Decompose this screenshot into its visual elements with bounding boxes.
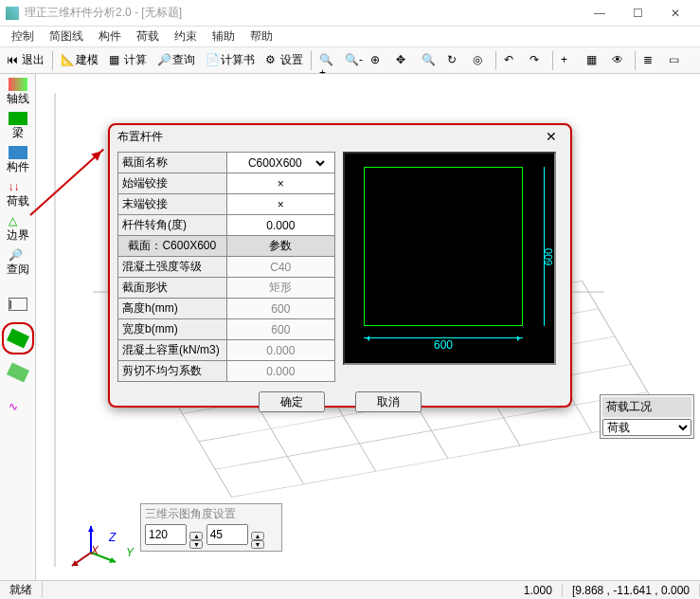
angle-b-up[interactable]: ▲ <box>251 532 264 540</box>
book-icon: 📄 <box>206 53 221 68</box>
setting-button[interactable]: ⚙设置 <box>260 49 308 72</box>
angle-b-down[interactable]: ▼ <box>251 540 264 549</box>
minimize-button[interactable]: — <box>581 1 619 26</box>
exit-button[interactable]: ⏮退出 <box>2 49 49 72</box>
rotation-cell[interactable]: 0.000 <box>226 215 334 236</box>
layer-icon: ≣ <box>643 53 658 68</box>
link-tool[interactable]: ∿ <box>2 390 34 423</box>
dialog-title: 布置杆件 <box>117 129 163 145</box>
load-case-header: 荷载工况 <box>602 397 691 417</box>
menu-bar: 控制 简图线 构件 荷载 约束 辅助 帮助 <box>0 27 700 47</box>
menu-control[interactable]: 控制 <box>4 27 42 46</box>
ok-button[interactable]: 确定 <box>259 391 325 412</box>
svg-marker-13 <box>88 526 94 532</box>
section-outline <box>364 167 523 326</box>
boundary-tool[interactable]: △边界 <box>2 212 34 245</box>
close-button[interactable]: ✕ <box>656 1 694 26</box>
member-icon <box>9 146 27 159</box>
snap-button[interactable]: + <box>556 49 581 72</box>
row-section-name-label: 截面名称 <box>118 153 227 173</box>
target-icon: ⊕ <box>370 53 386 68</box>
angle-a-input[interactable] <box>145 524 187 545</box>
window-title: 理正三维杆件分析2.0 - [无标题] <box>25 5 581 21</box>
zoom-out-button[interactable]: 🔍- <box>340 49 365 72</box>
member-properties-table: 截面名称 C600X600 始端铰接× 末端铰接× 杆件转角(度)0.000 截… <box>117 152 335 382</box>
undo-button[interactable]: ↶ <box>499 49 524 72</box>
color-button[interactable]: ▭ <box>664 49 689 72</box>
color-icon: ▭ <box>669 53 684 68</box>
pencil-icon <box>6 362 28 382</box>
menu-sketch[interactable]: 简图线 <box>42 27 91 46</box>
calcbook-button[interactable]: 📄计算书 <box>201 49 260 72</box>
section-info-header: 截面：C600X600 <box>118 236 227 257</box>
cancel-button[interactable]: 取消 <box>355 391 422 412</box>
model-icon: 📐 <box>61 53 76 68</box>
section-preview: 600 600 <box>343 152 556 365</box>
undo-icon: ↶ <box>504 53 519 68</box>
z-axis-label: Z <box>109 531 116 544</box>
model-button[interactable]: 📐建模 <box>56 49 103 72</box>
menu-constraint[interactable]: 约束 <box>167 27 205 46</box>
move-icon: ✥ <box>396 53 411 68</box>
angle-b-input[interactable] <box>206 524 248 545</box>
start-hinge-cell[interactable]: × <box>226 173 334 194</box>
dialog-close-button[interactable]: ✕ <box>540 129 563 144</box>
rotate-button[interactable]: ↻ <box>442 49 467 72</box>
zoom-in-button[interactable]: 🔍+ <box>314 49 339 72</box>
menu-load[interactable]: 荷载 <box>129 27 167 46</box>
y-axis-label: Y <box>126 546 134 559</box>
zoom-in-icon: 🔍+ <box>319 53 334 68</box>
inspect-icon: 🔎 <box>9 248 27 262</box>
calc-button[interactable]: ▦计算 <box>104 49 152 72</box>
height-dimension: 600 <box>544 167 545 326</box>
member-tool[interactable]: 构件 <box>2 144 34 176</box>
boundary-icon: △ <box>9 214 27 227</box>
angle-a-up[interactable]: ▲ <box>189 532 203 540</box>
redo-icon: ↷ <box>529 53 545 68</box>
axis-icon <box>9 78 27 91</box>
status-ready: 就绪 <box>0 582 43 598</box>
column-tool[interactable]: I <box>2 288 34 320</box>
load-icon: ↓↓ <box>9 180 27 193</box>
calc-icon: ▦ <box>109 53 124 68</box>
zoom-window-button[interactable]: 🔍 <box>417 49 441 72</box>
edit-tool[interactable] <box>2 356 34 389</box>
grid-button[interactable]: ▦ <box>582 49 606 72</box>
main-toolbar: ⏮退出 📐建模 ▦计算 🔎查询 📄计算书 ⚙设置 🔍+ 🔍- ⊕ ✥ 🔍 ↻ ◎… <box>0 47 700 74</box>
zoom-fit-button[interactable]: ⊕ <box>366 49 390 72</box>
load-case-panel[interactable]: 荷载工况 荷载 <box>600 394 694 439</box>
layer-button[interactable]: ≣ <box>638 49 663 72</box>
width-dimension: 600 <box>364 337 523 352</box>
exit-icon: ⏮ <box>7 53 22 68</box>
plus-icon: + <box>561 53 576 68</box>
load-tool[interactable]: ↓↓荷载 <box>2 178 34 210</box>
section-name-select[interactable]: C600X600 <box>233 155 328 171</box>
place-member-dialog: 布置杆件 ✕ 截面名称 C600X600 始端铰接× 末端铰接× 杆件转角(度)… <box>108 123 572 408</box>
beam-tool[interactable]: 梁 <box>2 110 34 142</box>
query-button[interactable]: 🔎查询 <box>153 49 200 72</box>
redo-button[interactable]: ↷ <box>525 49 549 72</box>
view-button[interactable]: 👁 <box>607 49 632 72</box>
zoom-window-icon: 🔍 <box>422 53 437 68</box>
menu-help[interactable]: 帮助 <box>242 27 280 46</box>
status-scale: 1.000 <box>514 584 563 597</box>
menu-member[interactable]: 构件 <box>91 27 129 46</box>
view-angle-panel[interactable]: 三维示图角度设置 ▲▼ ▲▼ <box>140 503 282 552</box>
maximize-button[interactable]: ☐ <box>619 1 656 26</box>
column-icon: I <box>9 298 27 311</box>
link-icon: ∿ <box>9 400 27 413</box>
orbit-button[interactable]: ◎ <box>468 49 493 72</box>
param-header: 参数 <box>226 236 334 257</box>
menu-aux[interactable]: 辅助 <box>205 27 242 46</box>
load-case-select[interactable]: 荷载 <box>602 419 691 436</box>
angle-a-down[interactable]: ▼ <box>189 540 203 549</box>
pan-button[interactable]: ✥ <box>391 49 416 72</box>
inspect-tool[interactable]: 🔎查阅 <box>2 246 34 279</box>
end-hinge-cell[interactable]: × <box>226 194 334 215</box>
status-bar: 就绪 1.000 [9.868 , -11.641 , 0.000 <box>0 580 700 599</box>
place-member-tool[interactable] <box>2 322 34 354</box>
query-icon: 🔎 <box>157 53 172 68</box>
orbit-icon: ◎ <box>473 53 488 68</box>
axis-tool[interactable]: 轴线 <box>2 76 34 108</box>
eye-icon: 👁 <box>612 53 627 68</box>
